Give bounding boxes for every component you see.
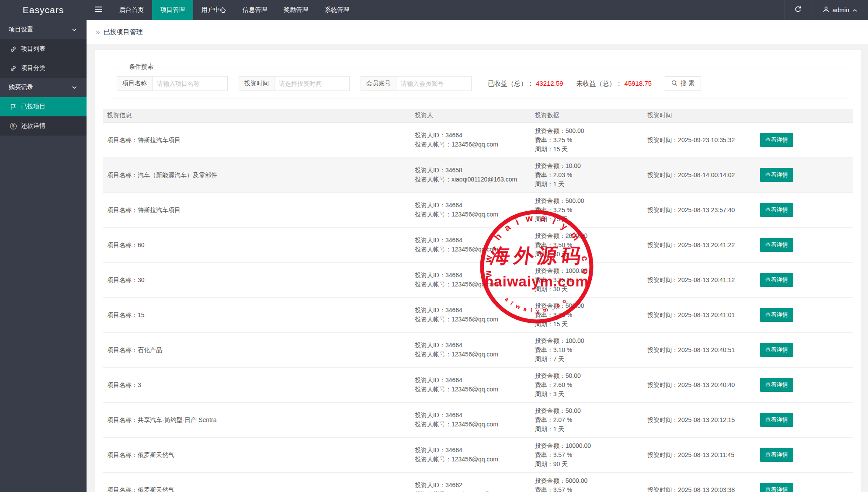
search-icon: [671, 80, 677, 87]
search-input-3[interactable]: [396, 76, 472, 91]
app-logo: Easycars: [0, 0, 87, 20]
cell-project: 项目名称：俄罗斯天然气: [103, 437, 410, 472]
view-detail-button[interactable]: 查看详情: [760, 448, 793, 462]
text: xiaoqi081120@163.com: [451, 176, 517, 183]
layout: 项目设置项目列表项目分类购买记录已投项目$还款详情 » 已投项目管理 条件搜索 …: [0, 20, 868, 492]
cycle-line: 周期：90 天: [535, 460, 639, 469]
received-total-value: 43212.59: [536, 80, 563, 87]
menu-toggle-button[interactable]: [87, 0, 111, 20]
invest-table: 投资信息 投资人 投资数据 投资时间 项目名称：特斯拉汽车项目投资人ID：346…: [103, 109, 853, 492]
sidebar-group-4[interactable]: 购买记录: [0, 78, 87, 97]
sidebar-item-5[interactable]: 已投项目: [0, 97, 87, 116]
text: 2025-08-13 20:40:51: [678, 346, 735, 353]
table-row[interactable]: 项目名称：特斯拉汽车项目投资人ID：34664投资人帐号：123456@qq.c…: [103, 122, 853, 157]
search-input-1[interactable]: [153, 76, 228, 91]
refresh-button[interactable]: [784, 0, 812, 20]
view-detail-button[interactable]: 查看详情: [760, 378, 793, 392]
user-menu[interactable]: admin: [812, 0, 868, 20]
cell-action: 查看详情: [756, 297, 853, 332]
nav-item-6[interactable]: 系统管理: [316, 0, 358, 20]
nav-item-1[interactable]: 后台首页: [111, 0, 152, 20]
text: 周期：: [535, 321, 553, 328]
view-detail-button[interactable]: 查看详情: [760, 168, 793, 182]
view-detail-button[interactable]: 查看详情: [760, 238, 793, 252]
menu-icon: [95, 6, 103, 14]
sidebar-group-1[interactable]: 项目设置: [0, 20, 87, 39]
table-row[interactable]: 项目名称：60投资人ID：34664投资人帐号：123456@qq.com投资金…: [103, 227, 853, 262]
search-button[interactable]: 搜 索: [665, 76, 701, 91]
text: 周期：: [535, 286, 553, 293]
view-detail-button[interactable]: 查看详情: [760, 343, 793, 357]
text: 投资金额：: [535, 337, 566, 344]
dollar-icon: $: [10, 123, 17, 129]
text: 投资金额：: [535, 197, 566, 204]
table-row[interactable]: 项目名称：汽车（新能源汽车）及零部件投资人ID：34658投资人帐号：xiaoq…: [103, 157, 853, 192]
project-line: 项目名称：共享汽车-简约型-日产 Sentra: [107, 415, 406, 425]
search-button-label: 搜 索: [681, 80, 694, 87]
text: 3.57 %: [553, 486, 573, 492]
table-row[interactable]: 项目名称：俄罗斯天然气投资人ID：34662投资人帐号：y0mhaw119@sw…: [103, 472, 853, 492]
investor-id-line: 投资人ID：34664: [415, 131, 526, 140]
cell-action: 查看详情: [756, 367, 853, 402]
rate-line: 费率：3.35 %: [535, 276, 639, 285]
project-line: 项目名称：石化产品: [107, 345, 406, 355]
text: 费率：: [535, 136, 553, 143]
search-input-2[interactable]: [274, 76, 350, 91]
view-detail-button[interactable]: 查看详情: [760, 273, 793, 287]
text: 1 天: [553, 426, 565, 433]
rate-line: 费率：2.03 %: [535, 171, 639, 180]
investor-account-line: 投资人帐号：y0mhaw119@swagpapa.com: [415, 490, 526, 492]
project-line: 项目名称：俄罗斯天然气: [107, 450, 406, 460]
investor-id-line: 投资人ID：34664: [415, 201, 526, 210]
sidebar-item-3[interactable]: 项目分类: [0, 59, 87, 78]
investor-id-line: 投资人ID：34664: [415, 306, 526, 315]
table-row[interactable]: 项目名称：15投资人ID：34664投资人帐号：123456@qq.com投资金…: [103, 297, 853, 332]
view-detail-button[interactable]: 查看详情: [760, 483, 793, 492]
text: 俄罗斯天然气: [138, 451, 174, 458]
time-line: 投资时间：2025-08-13 20:41:12: [647, 276, 751, 285]
sidebar-item-2[interactable]: 项目列表: [0, 39, 87, 59]
search-field-label: 投资时间: [239, 76, 274, 91]
table-row[interactable]: 项目名称：3投资人ID：34664投资人帐号：123456@qq.com投资金额…: [103, 367, 853, 402]
cell-project: 项目名称：30: [103, 262, 410, 297]
text: 投资人帐号：: [415, 211, 451, 218]
view-detail-button[interactable]: 查看详情: [760, 203, 793, 217]
investor-account-line: 投资人帐号：xiaoqi081120@163.com: [415, 175, 526, 184]
cell-action: 查看详情: [756, 437, 853, 472]
table-body: 项目名称：特斯拉汽车项目投资人ID：34664投资人帐号：123456@qq.c…: [103, 122, 853, 492]
investor-account-line: 投资人帐号：123456@qq.com: [415, 420, 526, 429]
view-detail-button[interactable]: 查看详情: [760, 133, 793, 147]
table-row[interactable]: 项目名称：特斯拉汽车项目投资人ID：34664投资人帐号：123456@qq.c…: [103, 192, 853, 227]
view-detail-button[interactable]: 查看详情: [760, 308, 793, 322]
sidebar-item-6[interactable]: $还款详情: [0, 116, 87, 136]
project-line: 项目名称：3: [107, 380, 406, 390]
cell-time: 投资时间：2025-08-13 20:40:51: [643, 332, 756, 367]
time-line: 投资时间：2025-08-13 20:11:45: [647, 450, 751, 460]
nav-item-2[interactable]: 项目管理: [152, 0, 193, 20]
text: 3.35 %: [553, 276, 573, 283]
table-row[interactable]: 项目名称：30投资人ID：34664投资人帐号：123456@qq.com投资金…: [103, 262, 853, 297]
text: 123456@qq.com: [451, 386, 498, 393]
table-row[interactable]: 项目名称：俄罗斯天然气投资人ID：34664投资人帐号：123456@qq.co…: [103, 437, 853, 472]
text: 投资金额：: [535, 232, 566, 239]
text: 500.00: [566, 197, 584, 204]
cell-investor: 投资人ID：34664投资人帐号：123456@qq.com: [410, 437, 531, 472]
text: 2025-08-13 20:40:40: [678, 381, 735, 388]
view-detail-button[interactable]: 查看详情: [760, 413, 793, 427]
time-line: 投资时间：2025-08-13 20:03:38: [647, 485, 751, 492]
table-row[interactable]: 项目名称：共享汽车-简约型-日产 Sentra投资人ID：34664投资人帐号：…: [103, 402, 853, 437]
investor-id-line: 投资人ID：34664: [415, 236, 526, 245]
nav-item-4[interactable]: 信息管理: [234, 0, 275, 20]
text: 投资时间：: [647, 171, 678, 178]
cell-action: 查看详情: [756, 332, 853, 367]
text: 费率：: [535, 311, 553, 318]
rate-line: 费率：2.07 %: [535, 415, 639, 425]
table-row[interactable]: 项目名称：石化产品投资人ID：34664投资人帐号：123456@qq.com投…: [103, 332, 853, 367]
text: 34664: [445, 377, 462, 384]
cycle-line: 周期：3 天: [535, 390, 639, 399]
investor-account-line: 投资人帐号：123456@qq.com: [415, 385, 526, 394]
investor-account-line: 投资人帐号：123456@qq.com: [415, 455, 526, 464]
nav-item-5[interactable]: 奖励管理: [275, 0, 316, 20]
nav-item-3[interactable]: 用户中心: [193, 0, 234, 20]
time-line: 投资时间：2025-08-13 20:40:51: [647, 345, 751, 355]
